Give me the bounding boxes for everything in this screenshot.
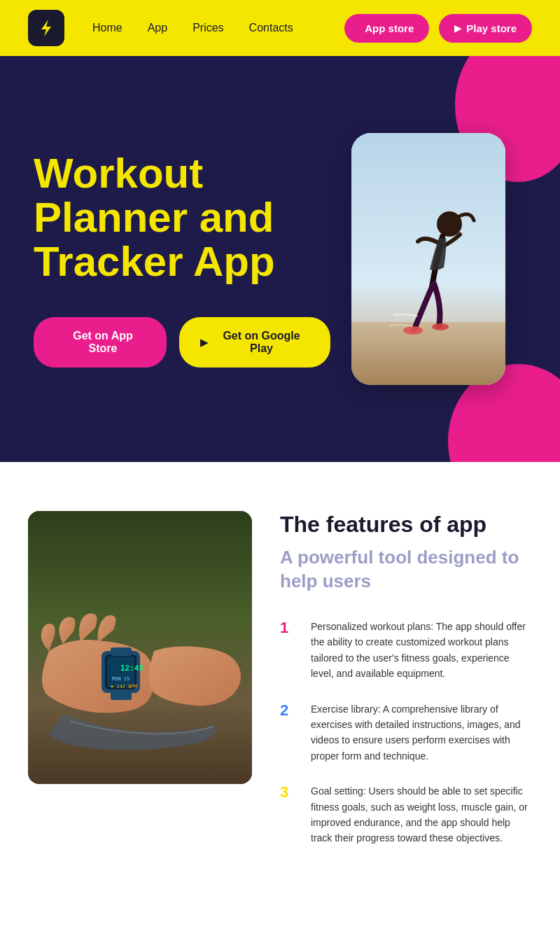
feature-number-3: 3 xyxy=(280,783,300,802)
nav-playstore-button[interactable]: ▶ Play store xyxy=(439,14,532,43)
runner-image xyxy=(351,133,505,385)
logo xyxy=(28,10,64,46)
features-section: 12:45 MON 15 ❤ 142 BPM The features of a… xyxy=(0,462,560,915)
hero-image-area xyxy=(330,133,526,385)
svg-point-5 xyxy=(432,323,449,330)
nav-playstore-label: Play store xyxy=(466,22,517,34)
hero-appstore-button[interactable]: Get on App Store xyxy=(34,317,167,368)
feature-item-1: 1 Personalized workout plans: The app sh… xyxy=(280,619,532,682)
svg-point-4 xyxy=(403,326,423,335)
svg-text:MON 15: MON 15 xyxy=(112,676,130,682)
features-image: 12:45 MON 15 ❤ 142 BPM xyxy=(28,511,252,784)
svg-marker-0 xyxy=(41,20,51,36)
lightning-icon xyxy=(36,18,56,38)
feature-text-3: Goal setting: Users should be able to se… xyxy=(311,783,532,846)
nav-home[interactable]: Home xyxy=(92,22,122,34)
play-icon-hero: ▶ xyxy=(200,337,208,348)
svg-text:12:45: 12:45 xyxy=(120,664,144,673)
nav-prices[interactable]: Prices xyxy=(192,22,223,34)
svg-rect-2 xyxy=(351,322,505,385)
hero-content: WorkoutPlanner andTracker App Get on App… xyxy=(34,151,330,368)
nav-contacts[interactable]: Contacts xyxy=(249,22,293,34)
watch-svg: 12:45 MON 15 ❤ 142 BPM xyxy=(28,511,252,784)
hero-buttons: Get on App Store ▶ Get on Google Play xyxy=(34,317,330,368)
hero-title: WorkoutPlanner andTracker App xyxy=(34,151,330,284)
feature-text-2: Exercise library: A comprehensive librar… xyxy=(311,701,532,764)
hero-section: WorkoutPlanner andTracker App Get on App… xyxy=(0,56,560,462)
feature-number-2: 2 xyxy=(280,701,300,720)
hero-googleplay-label: Get on Google Play xyxy=(214,330,309,355)
features-subtitle: A powerful tool designed to help users xyxy=(280,546,532,594)
feature-item-3: 3 Goal setting: Users should be able to … xyxy=(280,783,532,846)
navbar: Home App Prices Contacts App store ▶ Pla… xyxy=(0,0,560,56)
svg-rect-13 xyxy=(111,648,132,656)
nav-links: Home App Prices Contacts xyxy=(92,22,344,34)
hero-phone-frame xyxy=(351,133,505,385)
feature-number-1: 1 xyxy=(280,619,300,637)
svg-rect-14 xyxy=(111,692,132,700)
nav-buttons: App store ▶ Play store xyxy=(344,14,532,43)
nav-appstore-label: App store xyxy=(365,22,414,34)
hero-appstore-label: Get on App Store xyxy=(60,330,146,355)
nav-appstore-button[interactable]: App store xyxy=(344,14,429,43)
hero-googleplay-button[interactable]: ▶ Get on Google Play xyxy=(179,317,330,368)
nav-app[interactable]: App xyxy=(148,22,167,34)
svg-text:❤ 142 BPM: ❤ 142 BPM xyxy=(111,684,137,690)
feature-text-1: Personalized workout plans: The app shou… xyxy=(311,619,532,682)
features-content: The features of app A powerful tool desi… xyxy=(280,511,532,866)
play-icon: ▶ xyxy=(454,23,461,34)
features-title: The features of app xyxy=(280,511,532,538)
feature-item-2: 2 Exercise library: A comprehensive libr… xyxy=(280,701,532,764)
runner-svg xyxy=(351,133,505,385)
